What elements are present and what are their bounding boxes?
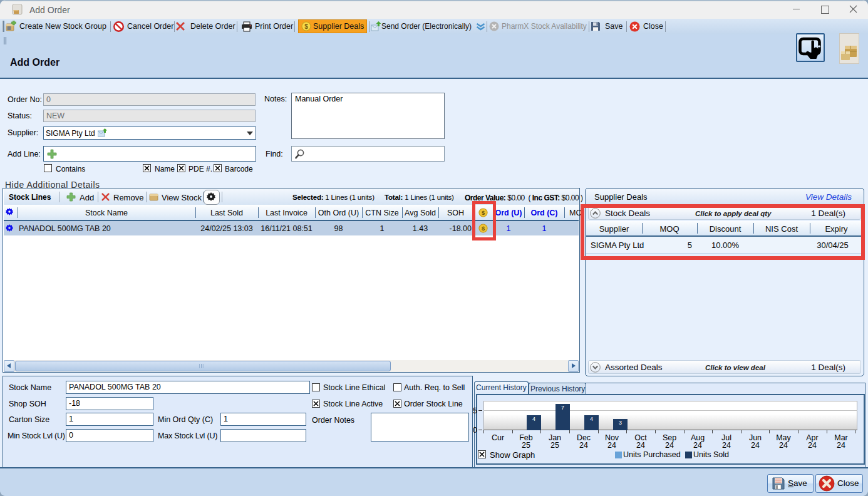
svg-text:$: $ [304,23,308,30]
